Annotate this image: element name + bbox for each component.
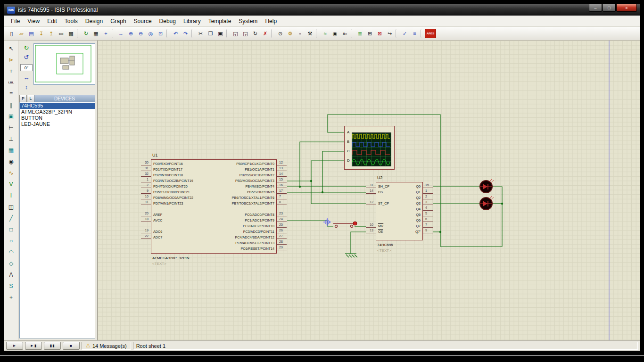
zoom-in[interactable]: ⊕ [126,29,136,38]
minimize-button[interactable]: – [589,4,602,12]
pause-button[interactable]: ▮▮ [44,342,61,350]
device-pin-mode[interactable]: ⊥ [6,133,17,145]
new-sheet[interactable]: ⊞ [365,29,375,38]
menu-item[interactable]: Library [180,16,205,26]
search-tag[interactable]: ◉ [330,29,340,38]
export-section[interactable]: ↥ [46,29,56,38]
menu-item[interactable]: Help [261,16,281,26]
mirror-vertical-button[interactable]: ↕ [25,84,28,90]
device-list-item[interactable]: 74HC595 [20,103,95,109]
design-explorer[interactable]: ≣ [355,29,365,38]
tape-recorder-mode[interactable]: ◉ [6,156,17,167]
menu-item[interactable]: File [7,16,24,26]
rotate-ccw-button[interactable]: ↺ [24,55,29,60]
step-button[interactable]: ►▮ [25,342,42,350]
marker-mode[interactable]: + [6,292,17,303]
block-rotate[interactable]: ↻ [250,29,260,38]
led-2[interactable] [480,196,494,210]
toggle-origin[interactable]: + [101,29,111,38]
title-bar[interactable]: ISIS isis 74hc595 - ISIS Professional – … [4,4,640,16]
block-delete[interactable]: ✗ [260,29,270,38]
oscilloscope[interactable]: ABCD [344,126,395,170]
remove-sheet[interactable]: ⊠ [375,29,385,38]
text-script-mode[interactable]: ≡ [6,88,17,99]
save-design[interactable]: ▤ [26,29,36,38]
2d-arc-mode[interactable]: ◠ [6,247,17,258]
pick-devices-button[interactable]: P [19,95,27,102]
rotate-cw-button[interactable]: ↻ [24,45,29,51]
voltage-probe-mode[interactable]: V [6,179,17,190]
wire-autorouter[interactable]: ≈ [320,29,330,38]
menu-item[interactable]: System [235,16,261,26]
maximize-button[interactable]: □ [603,4,616,12]
message-panel[interactable]: ⚠ 14 Message(s) [82,342,131,350]
new-design[interactable]: ▯ [7,29,17,38]
stop-button[interactable]: ■ [63,342,80,350]
menu-item[interactable]: Graph [107,16,130,26]
toggle-grid[interactable]: ▦ [91,29,101,38]
graph-mode[interactable]: ▦ [6,145,17,156]
2d-path-mode[interactable]: ◇ [6,258,17,269]
import-section[interactable]: ↧ [36,29,46,38]
menu-item[interactable]: Edit [43,16,61,26]
generator-mode[interactable]: ∿ [6,167,17,179]
menu-item[interactable]: Template [205,16,235,26]
zoom-out[interactable]: ⊖ [136,29,146,38]
led-1[interactable] [480,179,494,193]
selection-mode[interactable]: ↖ [6,43,17,54]
goto-sheet[interactable]: ↪ [385,29,395,38]
pan[interactable]: ↔ [116,29,126,38]
property-assignment[interactable]: A= [340,29,350,38]
open-design[interactable]: ▱ [17,29,26,38]
menu-item[interactable]: Tools [61,16,82,26]
menu-item[interactable]: Debug [156,16,180,26]
bus-mode[interactable]: ∥ [6,99,17,111]
zoom-all[interactable]: ◎ [146,29,156,38]
subcircuit-mode[interactable]: ▣ [6,111,17,122]
device-list[interactable]: 74HC595ATMEGA328P_32PINBUTTONLED-JAUNE [19,102,95,338]
device-list-item[interactable]: LED-JAUNE [20,121,95,127]
play-button[interactable]: ► [6,342,23,350]
redo[interactable]: ↷ [181,29,190,38]
pushbutton-symbol[interactable] [333,222,357,228]
netlist-to-ares[interactable]: ARES [425,29,436,38]
device-list-item[interactable]: ATMEGA328P_32PIN [20,109,95,115]
menu-item[interactable]: Source [130,16,156,26]
mirror-horizontal-button[interactable]: ↔ [24,75,30,81]
block-copy[interactable]: ◱ [231,29,240,38]
pick-device[interactable]: ⊙ [275,29,285,38]
2d-box-mode[interactable]: □ [6,224,17,235]
decompose[interactable]: ⚒ [305,29,315,38]
redraw[interactable]: ↻ [81,29,91,38]
library-button[interactable]: L [27,95,34,102]
zoom-area[interactable]: ⊡ [156,29,165,38]
print[interactable]: ▭ [56,29,66,38]
mark-output-area[interactable]: ▩ [66,29,76,38]
component-u1-atmega328p[interactable]: U1 ATMEGA328P_32PIN <TEXT> PD0/RXD/PCINT… [151,159,277,254]
2d-symbol-mode[interactable]: S [6,280,17,292]
current-probe-mode[interactable]: I [6,190,17,201]
virtual-instruments-mode[interactable]: ◫ [6,201,17,213]
paste[interactable]: ▣ [215,29,225,38]
cut[interactable]: ✂ [196,29,206,38]
undo[interactable]: ↶ [171,29,181,38]
overview-pane[interactable] [33,43,95,85]
electrical-rule-check[interactable]: ✓ [400,29,410,38]
terminal-mode[interactable]: ⊢ [6,122,17,133]
schematic-canvas[interactable]: U1 ATMEGA328P_32PIN <TEXT> PD0/RXD/PCINT… [98,41,640,340]
device-list-item[interactable]: BUTTON [20,115,95,121]
2d-text-mode[interactable]: A [6,269,17,280]
block-move[interactable]: ◲ [240,29,250,38]
2d-line-mode[interactable]: ╱ [6,213,17,224]
menu-item[interactable]: Design [82,16,107,26]
close-button[interactable]: × [616,4,637,12]
bill-of-materials[interactable]: ≡ [410,29,420,38]
junction-dot-mode[interactable]: + [6,66,17,77]
rotation-angle-field[interactable]: 0° [20,64,33,71]
packaging-tool[interactable]: ▫ [295,29,305,38]
make-device[interactable]: ⚙ [285,29,295,38]
component-u2-74hc595[interactable]: U2 74HC595 <TEXT> SH_CPDSST_CPMROE Q0Q1Q… [376,182,423,240]
wire-label-mode[interactable]: LBL [6,77,17,88]
component-mode[interactable]: ⊳ [6,54,17,66]
menu-item[interactable]: View [24,16,43,26]
